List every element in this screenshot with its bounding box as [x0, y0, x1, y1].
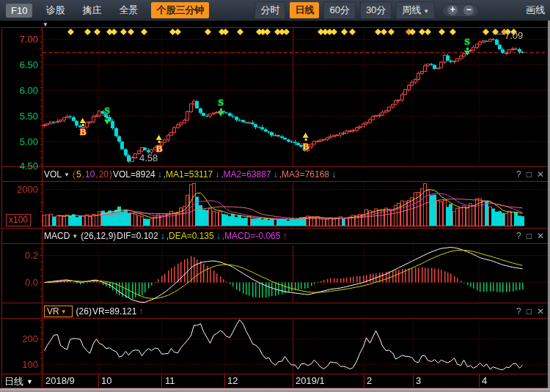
price-label: 6.00 [6, 85, 38, 96]
header-value: ,MA2=63887 [221, 169, 271, 180]
header-value: VR=89.121 [92, 306, 136, 317]
help-icon[interactable]: ? [516, 306, 521, 317]
zoom-in-button[interactable]: + [447, 5, 458, 15]
x-axis-bar: 日线 ▼ 2018/91011122019/1234 [0, 374, 550, 388]
indicator-axis-label: 0.0 [6, 277, 38, 288]
buy-signal: B [80, 117, 87, 138]
banker-tracking-button[interactable]: 擒庄 [82, 4, 101, 17]
tab-daily[interactable]: 日线 [290, 2, 319, 18]
header-value: ) [109, 169, 112, 180]
vr-pane-controls: ? □ ✕ [516, 306, 544, 317]
tab-intraday[interactable]: 分时 [254, 1, 285, 19]
header-value: 10 [85, 169, 95, 180]
header-value: 20 [99, 169, 109, 180]
macd-pane-header: MACD▼(26,12,9) DIF=0.102↓ ,DEA=0.135↓ ,M… [44, 229, 288, 243]
price-label: 5.50 [6, 111, 38, 122]
indicator-axis-label: 0.2 [6, 250, 38, 261]
macd-pane-controls: ? □ ✕ [516, 231, 544, 241]
header-value: (26) [76, 306, 92, 317]
tab-weekly[interactable]: 周线▼ [396, 1, 435, 19]
price-label: 7.00 [6, 34, 38, 45]
trend-arrow-icon: ↓ [216, 231, 221, 241]
maximize-icon[interactable]: □ [527, 306, 532, 317]
month-label: 3 [416, 375, 421, 386]
chevron-down-icon[interactable]: ▼ [64, 171, 70, 178]
header-value: ,MA1=53117 [164, 169, 213, 180]
volume-unit-label: x100 [6, 214, 31, 226]
main-chart-dropdown[interactable]: ▼ [43, 21, 48, 28]
help-icon[interactable]: ? [516, 169, 521, 180]
month-label: 2 [367, 375, 372, 386]
trend-arrow-icon: ↓ [158, 169, 162, 180]
header-value: , [95, 169, 98, 180]
header-value: ,MACD=-0.065 [222, 231, 281, 241]
trend-arrow-icon: ↓ [161, 231, 165, 241]
trend-arrow-icon: ↓ [274, 169, 278, 180]
month-label: 2019/1 [296, 375, 325, 386]
tab-60min[interactable]: 60分 [323, 1, 355, 19]
diagnose-stock-button[interactable]: 诊股 [45, 4, 65, 17]
buy-signal: B [303, 132, 309, 152]
sell-signal: S [218, 97, 224, 117]
maximize-icon[interactable]: □ [527, 169, 532, 180]
period-selector[interactable]: 日线 ▼ [4, 375, 33, 388]
month-label: 10 [101, 375, 111, 386]
header-value: (26,12,9) [81, 231, 116, 241]
toolbar: F10 诊股 擒庄 全景 个股三分钟 分时 日线 60分 30分 周线▼ + −… [0, 0, 550, 21]
f10-button[interactable]: F10 [6, 4, 32, 18]
vr-pane-header: VR▼(26) VR=89.121↑ [44, 305, 144, 318]
header-value: ( [73, 169, 76, 180]
indicator-axis-label: 100 [6, 359, 38, 370]
vol-indicator-label[interactable]: VOL [44, 169, 62, 180]
close-icon[interactable]: ✕ [537, 306, 544, 317]
high-price-label: 7.09 [505, 30, 523, 41]
header-value: VOL=8924 [113, 169, 155, 180]
close-icon[interactable]: ✕ [537, 231, 544, 241]
month-label: 4 [482, 375, 487, 386]
zoom-out-button[interactable]: − [463, 5, 474, 15]
tab-30min[interactable]: 30分 [360, 1, 392, 19]
help-icon[interactable]: ? [516, 231, 521, 241]
draw-line-button[interactable]: 画线 [526, 4, 545, 17]
month-label: 2018/9 [45, 375, 75, 386]
month-label: 12 [227, 375, 238, 386]
sell-signal: S [104, 105, 110, 125]
header-value: ,MA3=76168 [279, 169, 329, 180]
price-label: 4.50 [6, 160, 38, 171]
panorama-button[interactable]: 全景 [119, 4, 138, 17]
zoom-controls: + − [442, 4, 479, 17]
trend-arrow-icon: ↑ [282, 231, 287, 241]
window-bottom-edge [0, 388, 550, 392]
close-icon[interactable]: ✕ [537, 169, 544, 180]
low-price-label: 4.58 [139, 152, 158, 163]
vol-pane-header: VOL▼(5,10,20) VOL=8924↓ ,MA1=53117↓ ,MA2… [44, 168, 337, 181]
stock-app-window: F10 诊股 擒庄 全景 个股三分钟 分时 日线 60分 30分 周线▼ + −… [0, 0, 550, 392]
chevron-down-icon[interactable]: ▼ [72, 233, 78, 240]
header-value: 5 [76, 169, 81, 180]
vr-indicator-button[interactable]: VR▼ [44, 306, 73, 317]
indicator-axis-label: 200 [6, 333, 38, 344]
trend-arrow-icon: ↑ [139, 306, 143, 317]
chart-canvas[interactable] [0, 0, 550, 392]
header-value: ,DEA=0.135 [166, 231, 214, 241]
month-label: 11 [165, 375, 175, 386]
period-label: 日线 [4, 375, 23, 388]
price-label: 6.50 [6, 59, 38, 70]
header-value: DIF=0.102 [117, 231, 158, 241]
header-value: , [82, 169, 84, 180]
sell-signal: S [464, 36, 470, 56]
vol-pane-controls: ? □ ✕ [516, 169, 544, 180]
indicator-axis-label: 2000 [6, 184, 38, 195]
maximize-icon[interactable]: □ [527, 231, 532, 241]
down-arrow-icon: ▼ [26, 378, 33, 385]
trend-arrow-icon: ↓ [215, 169, 219, 180]
trend-arrow-icon: ↓ [331, 169, 336, 180]
buy-signal: B [156, 134, 163, 155]
chevron-down-icon: ▼ [423, 8, 429, 15]
stock-3min-button[interactable]: 个股三分钟 [151, 2, 209, 18]
macd-indicator-label[interactable]: MACD [44, 231, 70, 241]
price-label: 5.00 [6, 136, 38, 147]
